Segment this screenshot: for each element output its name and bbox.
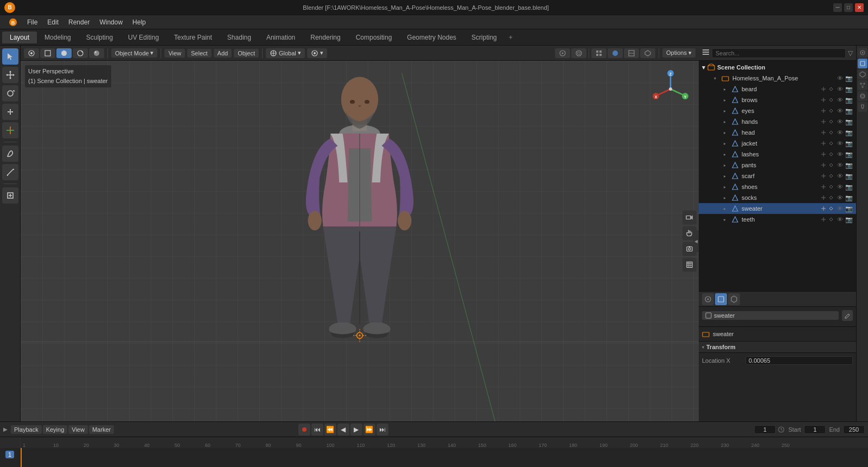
snap-toggle[interactable] — [555, 48, 570, 58]
maximize-button[interactable]: □ — [844, 3, 853, 12]
collection-visibility[interactable]: 👁 — [837, 75, 843, 81]
rps-particles[interactable] — [858, 80, 867, 90]
transform-global[interactable]: Global ▾ — [266, 48, 305, 58]
outliner-item-shoes[interactable]: ▸ shoes 👁 📷 — [699, 181, 856, 192]
pivot-center[interactable]: ▾ — [307, 48, 327, 58]
outliner-item-socks[interactable]: ▸ socks 👁 📷 — [699, 192, 856, 203]
tl-playback[interactable]: Playback — [11, 425, 42, 434]
eyes-visibility[interactable]: 👁 — [837, 108, 843, 114]
object-name-edit[interactable] — [842, 310, 853, 321]
outliner-item-lashes[interactable]: ▸ lashes 👁 📷 — [699, 149, 856, 160]
jacket-visibility[interactable]: 👁 — [837, 140, 843, 147]
sweater-render[interactable]: 📷 — [845, 205, 853, 212]
outliner-item-head[interactable]: ▸ head 👁 📷 — [699, 127, 856, 138]
object-menu[interactable]: Object — [234, 49, 259, 58]
rps-constraints[interactable] — [858, 102, 867, 112]
brows-render[interactable]: 📷 — [845, 97, 853, 104]
socks-render[interactable]: 📷 — [845, 194, 853, 201]
add-menu[interactable]: Add — [214, 49, 232, 58]
pants-visibility[interactable]: 👁 — [837, 162, 843, 168]
shading-material[interactable] — [73, 48, 88, 58]
outliner-item-brows[interactable]: ▸ brows 👁 📷 — [699, 94, 856, 105]
shading-rendered[interactable] — [89, 48, 104, 58]
tab-geometry-nodes[interactable]: Geometry Nodes — [399, 31, 464, 43]
tab-compositing[interactable]: Compositing — [348, 31, 400, 43]
frame-end-input[interactable]: 250 — [843, 425, 865, 434]
tool-scale[interactable] — [2, 104, 18, 120]
menu-blender[interactable]: B — [4, 17, 22, 28]
tl-view[interactable]: View — [68, 425, 88, 434]
tool-add-cube[interactable] — [2, 187, 18, 204]
tab-layout[interactable]: Layout — [2, 31, 37, 43]
axis-gizmo[interactable]: Z Y X — [649, 67, 692, 111]
frame-start-input[interactable]: 1 — [804, 425, 826, 434]
tool-transform[interactable] — [2, 122, 18, 138]
menu-file[interactable]: File — [23, 17, 42, 27]
menu-edit[interactable]: Edit — [43, 17, 63, 27]
outliner-item-pants[interactable]: ▸ pants 👁 📷 — [699, 160, 856, 171]
tab-sculpting[interactable]: Sculpting — [79, 31, 120, 43]
teeth-render[interactable]: 📷 — [845, 216, 853, 223]
scene-collection-header[interactable]: ▾ Scene Collection — [699, 62, 856, 73]
outliner-item-jacket[interactable]: ▸ jacket 👁 📷 — [699, 138, 856, 149]
tab-uv-editing[interactable]: UV Editing — [120, 31, 167, 43]
viewport-canvas[interactable]: User Perspective (1) Scene Collection | … — [21, 61, 699, 421]
object-name-field[interactable]: sweater — [702, 311, 839, 320]
rps-physics[interactable] — [858, 91, 867, 101]
rps-modifier[interactable] — [858, 70, 867, 79]
menu-window[interactable]: Window — [95, 17, 127, 27]
prop-icon-modifier[interactable] — [728, 293, 740, 305]
rps-object[interactable] — [858, 59, 867, 68]
location-x-value[interactable]: 0.00065 — [745, 356, 853, 365]
vp-grid-icon[interactable] — [682, 258, 697, 272]
object-mode-dropdown[interactable]: Object Mode ▾ — [111, 48, 157, 58]
record-button[interactable] — [298, 424, 310, 436]
tool-rotate[interactable] — [2, 85, 18, 102]
collection-render[interactable]: 📷 — [845, 75, 853, 82]
tool-annotate[interactable] — [2, 146, 18, 162]
viewport-display-2[interactable] — [608, 48, 623, 58]
tl-marker[interactable]: Marker — [89, 425, 114, 434]
proportional-edit[interactable] — [571, 48, 586, 58]
current-frame-input[interactable]: 1 — [754, 425, 776, 434]
tool-move[interactable] — [2, 67, 18, 83]
outliner-item-eyes[interactable]: ▸ eyes 👁 📷 — [699, 105, 856, 116]
step-back-button[interactable]: ⏪ — [324, 424, 336, 436]
tab-rendering[interactable]: Rendering — [303, 31, 348, 43]
outliner-item-scarf[interactable]: ▸ scarf 👁 📷 — [699, 171, 856, 181]
teeth-visibility[interactable]: 👁 — [837, 216, 843, 223]
shading-wireframe[interactable] — [40, 48, 55, 58]
step-forward-button[interactable]: ⏩ — [363, 424, 375, 436]
pants-render[interactable]: 📷 — [845, 162, 853, 169]
play-reverse-button[interactable]: ◀ — [337, 424, 349, 436]
prop-icon-scene[interactable] — [702, 293, 714, 305]
tl-expand[interactable]: ▶ — [3, 426, 8, 432]
tool-select[interactable] — [2, 48, 18, 65]
brows-visibility[interactable]: 👁 — [837, 97, 843, 103]
tab-shading[interactable]: Shading — [220, 31, 259, 43]
viewport-display-1[interactable] — [591, 48, 607, 58]
outliner-search[interactable] — [712, 48, 846, 58]
rps-render[interactable] — [858, 48, 867, 58]
jacket-render[interactable]: 📷 — [845, 140, 853, 147]
play-button[interactable]: ▶ — [350, 424, 362, 436]
hands-visibility[interactable]: 👁 — [837, 118, 843, 125]
tool-measure[interactable] — [2, 164, 18, 180]
viewport-display-3[interactable] — [624, 48, 639, 58]
shading-solid[interactable] — [56, 48, 72, 58]
head-render[interactable]: 📷 — [845, 129, 853, 136]
menu-render[interactable]: Render — [64, 17, 94, 27]
viewport-display-4[interactable] — [640, 48, 655, 58]
eyes-render[interactable]: 📷 — [845, 108, 853, 115]
select-menu[interactable]: Select — [187, 49, 212, 58]
outliner-item-hands[interactable]: ▸ hands 👁 📷 — [699, 116, 856, 127]
outliner-filter[interactable]: ▽ — [848, 49, 853, 57]
close-button[interactable]: ✕ — [855, 3, 864, 12]
outliner-item-teeth[interactable]: ▸ teeth 👁 📷 — [699, 214, 856, 225]
outliner-collection-root[interactable]: ▾ Homeless_Man_A_Pose 👁 📷 — [699, 73, 856, 84]
tab-modeling[interactable]: Modeling — [37, 31, 79, 43]
scarf-visibility[interactable]: 👁 — [837, 173, 843, 179]
shoes-visibility[interactable]: 👁 — [837, 184, 843, 190]
head-visibility[interactable]: 👁 — [837, 129, 843, 136]
tab-scripting[interactable]: Scripting — [464, 31, 505, 43]
